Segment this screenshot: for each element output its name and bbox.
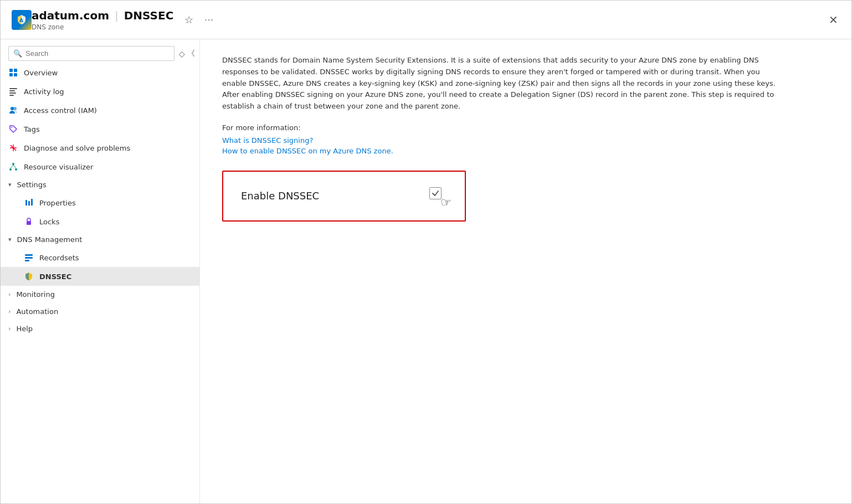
search-wrapper: 🔍 <box>8 46 174 61</box>
sidebar-item-iam[interactable]: Access control (IAM) <box>1 101 199 120</box>
header: A adatum.com | DNSSEC DNS zone ☆ ··· ✕ <box>1 1 851 39</box>
app-logo: A <box>12 10 32 30</box>
svg-point-10 <box>13 107 17 110</box>
search-row: 🔍 ◇ 《 <box>1 46 199 61</box>
recordsets-icon <box>24 253 34 263</box>
locks-icon <box>24 217 34 227</box>
sidebar-item-tags[interactable]: Tags <box>1 120 199 138</box>
activity-log-icon <box>8 86 18 96</box>
help-label: Help <box>16 325 33 333</box>
svg-rect-24 <box>25 254 33 256</box>
svg-line-18 <box>11 165 13 168</box>
help-section-header[interactable]: › Help <box>1 320 199 337</box>
automation-chevron: › <box>8 308 11 315</box>
dnssec-icon <box>24 271 34 281</box>
monitoring-chevron: › <box>8 291 11 298</box>
header-icons: ☆ ··· <box>182 13 215 27</box>
monitoring-section-header[interactable]: › Monitoring <box>1 286 199 303</box>
enable-dnssec-label: Enable DNSSEC <box>241 190 319 202</box>
recordsets-label: Recordsets <box>39 254 79 262</box>
overview-icon <box>8 68 18 78</box>
collapse-button[interactable]: 《 <box>187 49 195 59</box>
resource-visualizer-label: Resource visualizer <box>24 163 93 171</box>
close-button[interactable]: ✕ <box>829 13 838 27</box>
main-content: DNSSEC stands for Domain Name System Sec… <box>200 39 851 504</box>
svg-rect-7 <box>9 92 16 94</box>
header-subtitle: DNS zone <box>32 23 173 31</box>
svg-rect-23 <box>27 221 31 225</box>
tags-label: Tags <box>24 125 40 133</box>
dns-management-label: DNS Management <box>17 235 83 244</box>
overview-label: Overview <box>24 69 58 77</box>
header-title-block: adatum.com | DNSSEC DNS zone <box>32 9 173 31</box>
diagnose-icon <box>8 143 18 153</box>
more-options-button[interactable]: ··· <box>202 14 215 26</box>
page-title: DNSSEC <box>124 9 174 22</box>
svg-rect-1 <box>9 69 13 72</box>
sidebar-item-resource-visualizer[interactable]: Resource visualizer <box>1 157 199 176</box>
svg-rect-21 <box>28 201 30 205</box>
link-what-is-dnssec[interactable]: What is DNSSEC signing? <box>222 136 829 145</box>
settings-chevron: ▾ <box>8 181 12 188</box>
layout: 🔍 ◇ 《 Overview Activity log Access contr… <box>1 39 851 504</box>
sidebar-item-locks[interactable]: Locks <box>1 212 199 231</box>
activity-log-label: Activity log <box>24 88 64 96</box>
sidebar-item-overview[interactable]: Overview <box>1 63 199 82</box>
dns-management-chevron: ▾ <box>8 236 12 243</box>
svg-rect-6 <box>9 90 15 91</box>
svg-rect-4 <box>14 73 17 76</box>
iam-label: Access control (IAM) <box>24 106 97 115</box>
sidebar-item-properties[interactable]: Properties <box>1 193 199 212</box>
resource-visualizer-icon <box>8 162 18 172</box>
filter-button[interactable]: ◇ <box>179 49 185 58</box>
svg-rect-2 <box>14 69 17 72</box>
svg-rect-25 <box>25 257 33 259</box>
automation-section-header[interactable]: › Automation <box>1 303 199 320</box>
link-how-to-enable[interactable]: How to enable DNSSEC on my Azure DNS zon… <box>222 147 829 155</box>
svg-line-19 <box>13 165 16 168</box>
settings-label: Settings <box>17 181 47 189</box>
svg-rect-22 <box>31 199 33 205</box>
favorite-button[interactable]: ☆ <box>182 13 196 27</box>
more-info-label: For more information: <box>222 124 829 132</box>
search-icon: 🔍 <box>13 49 22 58</box>
tags-icon <box>8 124 18 134</box>
svg-point-11 <box>11 127 12 128</box>
search-input[interactable] <box>25 49 170 58</box>
dns-management-section-header[interactable]: ▾ DNS Management <box>1 231 199 248</box>
enable-dnssec-checkbox[interactable] <box>429 187 442 199</box>
dnssec-label: DNSSEC <box>39 272 71 281</box>
svg-rect-20 <box>25 200 27 205</box>
iam-icon <box>8 105 18 115</box>
svg-text:A: A <box>19 18 23 23</box>
properties-label: Properties <box>39 199 76 207</box>
sidebar-item-diagnose[interactable]: Diagnose and solve problems <box>1 138 199 157</box>
header-title: adatum.com | DNSSEC <box>32 9 173 22</box>
domain-name: adatum.com <box>32 9 109 22</box>
automation-label: Automation <box>16 307 58 316</box>
description-text: DNSSEC stands for Domain Name System Sec… <box>222 55 776 112</box>
help-chevron: › <box>8 325 11 332</box>
svg-rect-26 <box>25 260 29 261</box>
locks-label: Locks <box>39 218 59 226</box>
svg-point-17 <box>15 168 17 171</box>
checkmark-icon <box>432 189 439 197</box>
svg-rect-3 <box>9 73 13 76</box>
sidebar-item-recordsets[interactable]: Recordsets <box>1 248 199 267</box>
monitoring-label: Monitoring <box>16 290 55 299</box>
settings-section-header[interactable]: ▾ Settings <box>1 176 199 193</box>
enable-dnssec-checkbox-container: ☞ <box>429 187 447 205</box>
separator: | <box>115 9 119 22</box>
sidebar: 🔍 ◇ 《 Overview Activity log Access contr… <box>1 39 200 504</box>
enable-dnssec-card: Enable DNSSEC ☞ <box>222 171 466 222</box>
svg-point-16 <box>9 168 12 171</box>
svg-rect-8 <box>9 95 14 96</box>
sidebar-item-activity-log[interactable]: Activity log <box>1 82 199 101</box>
sidebar-item-dnssec[interactable]: DNSSEC <box>1 267 199 286</box>
properties-icon <box>24 198 34 208</box>
diagnose-label: Diagnose and solve problems <box>24 144 130 152</box>
svg-point-15 <box>12 163 14 165</box>
cursor-icon: ☞ <box>440 196 451 209</box>
svg-rect-5 <box>9 88 17 89</box>
